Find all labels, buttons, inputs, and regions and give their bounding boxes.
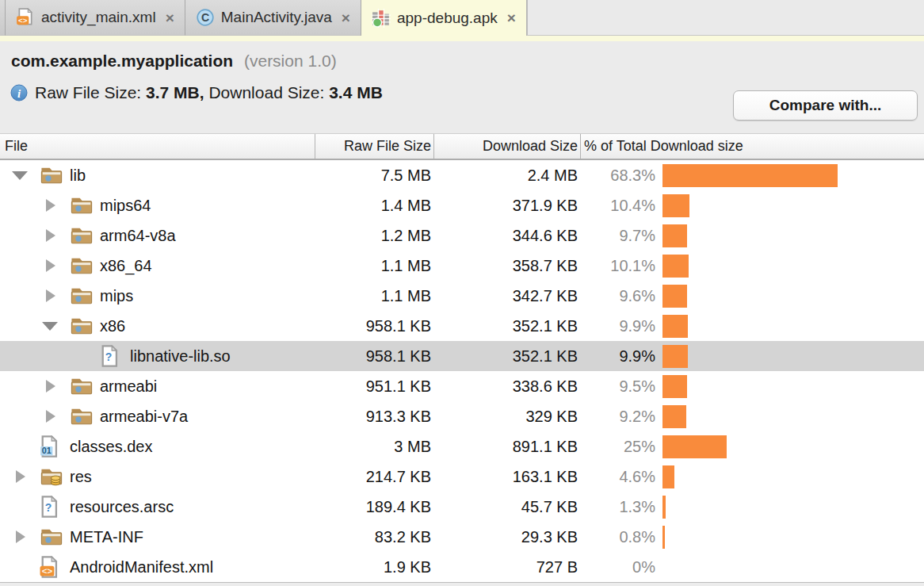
package-version: (version 1.0) (244, 52, 337, 70)
expand-arrow-icon[interactable] (40, 259, 70, 273)
close-icon[interactable]: × (507, 10, 516, 25)
file-tree-table: lib7.5 MB2.4 MB68.3% mips641.4 MB371.9 K… (0, 160, 924, 582)
percent-of-total-value: 68.3% (581, 167, 655, 185)
expand-arrow-icon[interactable] (40, 379, 70, 393)
collapse-arrow-icon[interactable] (40, 319, 70, 333)
table-row[interactable]: armeabi-v7a913.3 KB329 KB9.2% (0, 401, 924, 431)
column-header-percent-of-total[interactable]: % of Total Download size (581, 134, 924, 159)
download-size-value: 727 B (434, 552, 581, 582)
percent-of-total-value: 9.7% (581, 227, 655, 245)
download-size-value: 3.4 MB (329, 83, 383, 101)
tab-label[interactable]: activity_main.xml (41, 9, 156, 26)
column-header-file[interactable]: File (0, 134, 315, 159)
file-name[interactable]: lib (70, 167, 86, 185)
raw-file-size-value: 1.2 MB (315, 220, 434, 251)
file-name[interactable]: armeabi (100, 377, 157, 396)
raw-file-size-value: 958.1 KB (315, 341, 434, 371)
download-percent-bar (662, 345, 688, 368)
file-name[interactable]: classes.dex (70, 438, 153, 456)
download-size-value: 344.6 KB (434, 220, 581, 251)
size-summary: Raw File Size: 3.7 MB, Download Size: 3.… (35, 83, 383, 102)
tab-bar-filler (527, 0, 924, 36)
percent-of-total-value: 0% (581, 558, 655, 576)
download-size-value: 29.3 KB (434, 522, 581, 552)
file-name[interactable]: x86 (100, 317, 125, 335)
table-row[interactable]: ? resources.arsc189.4 KB45.7 KB1.3% (0, 492, 924, 522)
download-percent-bar (662, 224, 687, 247)
expand-arrow-icon[interactable] (40, 289, 70, 303)
table-row[interactable]: armeabi951.1 KB338.6 KB9.5% (0, 371, 924, 401)
column-header-download-size[interactable]: Download Size (434, 134, 581, 159)
raw-size-label: Raw File Size: (35, 83, 146, 101)
svg-text:<>: <> (42, 566, 53, 576)
unknown-file-icon: ? (40, 496, 63, 518)
file-name[interactable]: arm64-v8a (100, 227, 176, 245)
raw-file-size-value: 189.4 KB (315, 492, 434, 522)
download-percent-bar (662, 194, 689, 217)
download-size-value: 45.7 KB (434, 492, 581, 522)
bottom-scrollbar-track (0, 582, 924, 586)
collapse-arrow-icon[interactable] (10, 168, 40, 182)
folder-icon (40, 166, 63, 185)
apk-header: com.example.myapplication (version 1.0) … (0, 41, 924, 133)
table-row[interactable]: 01 classes.dex3 MB891.1 KB25% (0, 431, 924, 462)
tab-activity-main-xml[interactable]: <> activity_main.xml × (5, 0, 185, 36)
raw-file-size-value: 1.9 KB (315, 552, 434, 582)
file-name[interactable]: mips (100, 287, 133, 305)
table-row[interactable]: arm64-v8a1.2 MB344.6 KB9.7% (0, 220, 924, 251)
expand-arrow-icon[interactable] (40, 228, 70, 243)
file-name[interactable]: META-INF (70, 528, 143, 546)
file-name[interactable]: resources.arsc (70, 498, 174, 516)
download-size-value: 352.1 KB (434, 311, 581, 341)
file-name[interactable]: AndroidManifest.xml (70, 558, 213, 576)
table-row[interactable]: ? libnative-lib.so958.1 KB352.1 KB9.9% (0, 341, 924, 371)
table-row[interactable]: <> AndroidManifest.xml1.9 KB727 B0% (0, 552, 924, 582)
tab-mainactivity-java[interactable]: C MainActivity.java × (185, 0, 361, 36)
table-row[interactable]: res214.7 KB163.1 KB4.6% (0, 462, 924, 492)
java-class-icon: C (196, 8, 215, 27)
download-size-value: 2.4 MB (434, 160, 581, 190)
compare-with-button[interactable]: Compare with... (733, 90, 918, 121)
percent-of-total-value: 9.9% (581, 317, 655, 335)
expand-arrow-icon[interactable] (40, 198, 70, 213)
table-row[interactable]: x86958.1 KB352.1 KB9.9% (0, 311, 924, 341)
raw-file-size-value: 913.3 KB (315, 401, 434, 431)
percent-of-total-value: 10.1% (581, 257, 655, 275)
table-row[interactable]: x86_641.1 MB358.7 KB10.1% (0, 251, 924, 281)
percent-of-total-value: 1.3% (581, 498, 655, 516)
file-name[interactable]: armeabi-v7a (100, 408, 188, 426)
expand-arrow-icon[interactable] (40, 409, 70, 423)
raw-file-size-value: 951.1 KB (315, 371, 434, 401)
download-size-value: 342.7 KB (434, 281, 581, 311)
download-percent-bar (662, 255, 689, 278)
file-name[interactable]: mips64 (100, 197, 151, 215)
table-row[interactable]: lib7.5 MB2.4 MB68.3% (0, 160, 924, 190)
info-icon: i (10, 84, 28, 101)
svg-text:01: 01 (42, 446, 52, 455)
folder-icon (70, 256, 94, 275)
column-header-raw-file-size[interactable]: Raw File Size (315, 134, 434, 159)
file-name[interactable]: res (70, 468, 92, 486)
table-row[interactable]: mips1.1 MB342.7 KB9.6% (0, 281, 924, 311)
close-icon[interactable]: × (342, 10, 350, 25)
apk-analyzer-window: <> activity_main.xml × C MainActivity.ja… (0, 0, 924, 586)
tab-label[interactable]: app-debug.apk (397, 10, 498, 27)
percent-of-total-value: 9.5% (581, 377, 655, 396)
file-name[interactable]: x86_64 (100, 257, 152, 275)
percent-of-total-value: 9.6% (581, 287, 655, 305)
expand-arrow-icon[interactable] (10, 469, 40, 484)
table-row[interactable]: mips641.4 MB371.9 KB10.4% (0, 190, 924, 220)
close-icon[interactable]: × (166, 10, 174, 25)
file-name[interactable]: libnative-lib.so (130, 347, 231, 366)
raw-file-size-value: 1.4 MB (315, 190, 434, 220)
download-percent-bar (662, 405, 686, 428)
download-size-label: Download Size: (204, 83, 330, 101)
package-name: com.example.myapplication (11, 52, 233, 70)
tab-app-debug-apk[interactable]: app-debug.apk × (361, 0, 527, 36)
apk-icon (372, 9, 391, 28)
expand-arrow-icon[interactable] (10, 530, 40, 544)
tab-label[interactable]: MainActivity.java (221, 9, 332, 26)
table-row[interactable]: META-INF83.2 KB29.3 KB0.8% (0, 522, 924, 552)
download-percent-bar (662, 526, 665, 549)
folder-icon (40, 527, 63, 546)
